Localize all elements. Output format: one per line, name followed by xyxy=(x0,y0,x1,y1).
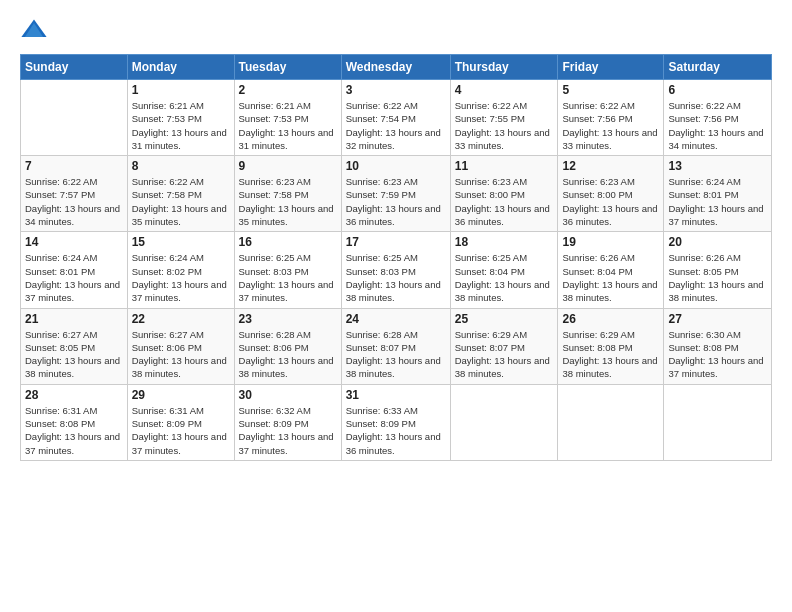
logo-icon xyxy=(20,16,48,44)
day-number: 28 xyxy=(25,388,123,402)
calendar-cell: 1Sunrise: 6:21 AM Sunset: 7:53 PM Daylig… xyxy=(127,80,234,156)
day-info: Sunrise: 6:26 AM Sunset: 8:05 PM Dayligh… xyxy=(668,251,767,304)
calendar-header: SundayMondayTuesdayWednesdayThursdayFrid… xyxy=(21,55,772,80)
day-number: 20 xyxy=(668,235,767,249)
day-number: 4 xyxy=(455,83,554,97)
calendar-cell: 16Sunrise: 6:25 AM Sunset: 8:03 PM Dayli… xyxy=(234,232,341,308)
day-info: Sunrise: 6:23 AM Sunset: 7:58 PM Dayligh… xyxy=(239,175,337,228)
calendar-cell: 9Sunrise: 6:23 AM Sunset: 7:58 PM Daylig… xyxy=(234,156,341,232)
day-info: Sunrise: 6:26 AM Sunset: 8:04 PM Dayligh… xyxy=(562,251,659,304)
calendar-cell: 29Sunrise: 6:31 AM Sunset: 8:09 PM Dayli… xyxy=(127,384,234,460)
day-info: Sunrise: 6:22 AM Sunset: 7:58 PM Dayligh… xyxy=(132,175,230,228)
day-number: 17 xyxy=(346,235,446,249)
header-day-thursday: Thursday xyxy=(450,55,558,80)
day-number: 27 xyxy=(668,312,767,326)
calendar-cell: 28Sunrise: 6:31 AM Sunset: 8:08 PM Dayli… xyxy=(21,384,128,460)
week-row-5: 28Sunrise: 6:31 AM Sunset: 8:08 PM Dayli… xyxy=(21,384,772,460)
day-number: 10 xyxy=(346,159,446,173)
calendar-cell: 30Sunrise: 6:32 AM Sunset: 8:09 PM Dayli… xyxy=(234,384,341,460)
calendar-cell: 11Sunrise: 6:23 AM Sunset: 8:00 PM Dayli… xyxy=(450,156,558,232)
calendar-body: 1Sunrise: 6:21 AM Sunset: 7:53 PM Daylig… xyxy=(21,80,772,461)
calendar-cell: 22Sunrise: 6:27 AM Sunset: 8:06 PM Dayli… xyxy=(127,308,234,384)
calendar-cell: 27Sunrise: 6:30 AM Sunset: 8:08 PM Dayli… xyxy=(664,308,772,384)
day-number: 19 xyxy=(562,235,659,249)
day-number: 26 xyxy=(562,312,659,326)
header-day-friday: Friday xyxy=(558,55,664,80)
day-info: Sunrise: 6:22 AM Sunset: 7:57 PM Dayligh… xyxy=(25,175,123,228)
day-info: Sunrise: 6:23 AM Sunset: 7:59 PM Dayligh… xyxy=(346,175,446,228)
day-number: 11 xyxy=(455,159,554,173)
calendar-cell xyxy=(21,80,128,156)
week-row-2: 7Sunrise: 6:22 AM Sunset: 7:57 PM Daylig… xyxy=(21,156,772,232)
calendar-cell xyxy=(664,384,772,460)
day-info: Sunrise: 6:29 AM Sunset: 8:07 PM Dayligh… xyxy=(455,328,554,381)
calendar-cell: 25Sunrise: 6:29 AM Sunset: 8:07 PM Dayli… xyxy=(450,308,558,384)
header-day-sunday: Sunday xyxy=(21,55,128,80)
header-day-tuesday: Tuesday xyxy=(234,55,341,80)
header-day-wednesday: Wednesday xyxy=(341,55,450,80)
calendar-cell: 14Sunrise: 6:24 AM Sunset: 8:01 PM Dayli… xyxy=(21,232,128,308)
day-info: Sunrise: 6:22 AM Sunset: 7:56 PM Dayligh… xyxy=(668,99,767,152)
day-number: 31 xyxy=(346,388,446,402)
day-info: Sunrise: 6:23 AM Sunset: 8:00 PM Dayligh… xyxy=(562,175,659,228)
day-number: 25 xyxy=(455,312,554,326)
day-number: 14 xyxy=(25,235,123,249)
day-number: 12 xyxy=(562,159,659,173)
day-number: 9 xyxy=(239,159,337,173)
day-info: Sunrise: 6:21 AM Sunset: 7:53 PM Dayligh… xyxy=(239,99,337,152)
calendar-cell: 17Sunrise: 6:25 AM Sunset: 8:03 PM Dayli… xyxy=(341,232,450,308)
day-number: 18 xyxy=(455,235,554,249)
day-number: 29 xyxy=(132,388,230,402)
day-info: Sunrise: 6:28 AM Sunset: 8:07 PM Dayligh… xyxy=(346,328,446,381)
day-number: 15 xyxy=(132,235,230,249)
calendar-cell xyxy=(450,384,558,460)
day-number: 6 xyxy=(668,83,767,97)
day-info: Sunrise: 6:24 AM Sunset: 8:01 PM Dayligh… xyxy=(25,251,123,304)
header-row: SundayMondayTuesdayWednesdayThursdayFrid… xyxy=(21,55,772,80)
calendar-cell: 18Sunrise: 6:25 AM Sunset: 8:04 PM Dayli… xyxy=(450,232,558,308)
calendar-cell: 10Sunrise: 6:23 AM Sunset: 7:59 PM Dayli… xyxy=(341,156,450,232)
day-number: 16 xyxy=(239,235,337,249)
day-info: Sunrise: 6:25 AM Sunset: 8:03 PM Dayligh… xyxy=(346,251,446,304)
week-row-4: 21Sunrise: 6:27 AM Sunset: 8:05 PM Dayli… xyxy=(21,308,772,384)
calendar-cell: 13Sunrise: 6:24 AM Sunset: 8:01 PM Dayli… xyxy=(664,156,772,232)
day-info: Sunrise: 6:25 AM Sunset: 8:04 PM Dayligh… xyxy=(455,251,554,304)
day-info: Sunrise: 6:23 AM Sunset: 8:00 PM Dayligh… xyxy=(455,175,554,228)
day-number: 2 xyxy=(239,83,337,97)
calendar-cell: 20Sunrise: 6:26 AM Sunset: 8:05 PM Dayli… xyxy=(664,232,772,308)
day-info: Sunrise: 6:31 AM Sunset: 8:08 PM Dayligh… xyxy=(25,404,123,457)
day-number: 24 xyxy=(346,312,446,326)
day-info: Sunrise: 6:27 AM Sunset: 8:05 PM Dayligh… xyxy=(25,328,123,381)
calendar-cell: 19Sunrise: 6:26 AM Sunset: 8:04 PM Dayli… xyxy=(558,232,664,308)
day-number: 5 xyxy=(562,83,659,97)
day-number: 8 xyxy=(132,159,230,173)
day-number: 30 xyxy=(239,388,337,402)
calendar-cell: 7Sunrise: 6:22 AM Sunset: 7:57 PM Daylig… xyxy=(21,156,128,232)
day-info: Sunrise: 6:22 AM Sunset: 7:54 PM Dayligh… xyxy=(346,99,446,152)
day-number: 21 xyxy=(25,312,123,326)
header xyxy=(20,16,772,44)
calendar-cell xyxy=(558,384,664,460)
calendar-cell: 6Sunrise: 6:22 AM Sunset: 7:56 PM Daylig… xyxy=(664,80,772,156)
day-info: Sunrise: 6:31 AM Sunset: 8:09 PM Dayligh… xyxy=(132,404,230,457)
day-info: Sunrise: 6:25 AM Sunset: 8:03 PM Dayligh… xyxy=(239,251,337,304)
day-info: Sunrise: 6:32 AM Sunset: 8:09 PM Dayligh… xyxy=(239,404,337,457)
day-number: 1 xyxy=(132,83,230,97)
calendar-cell: 3Sunrise: 6:22 AM Sunset: 7:54 PM Daylig… xyxy=(341,80,450,156)
day-number: 23 xyxy=(239,312,337,326)
day-info: Sunrise: 6:28 AM Sunset: 8:06 PM Dayligh… xyxy=(239,328,337,381)
day-info: Sunrise: 6:21 AM Sunset: 7:53 PM Dayligh… xyxy=(132,99,230,152)
day-info: Sunrise: 6:24 AM Sunset: 8:01 PM Dayligh… xyxy=(668,175,767,228)
calendar-cell: 12Sunrise: 6:23 AM Sunset: 8:00 PM Dayli… xyxy=(558,156,664,232)
logo xyxy=(20,16,50,44)
day-number: 7 xyxy=(25,159,123,173)
day-number: 13 xyxy=(668,159,767,173)
day-info: Sunrise: 6:24 AM Sunset: 8:02 PM Dayligh… xyxy=(132,251,230,304)
header-day-saturday: Saturday xyxy=(664,55,772,80)
calendar-cell: 2Sunrise: 6:21 AM Sunset: 7:53 PM Daylig… xyxy=(234,80,341,156)
day-number: 22 xyxy=(132,312,230,326)
page: SundayMondayTuesdayWednesdayThursdayFrid… xyxy=(0,0,792,612)
day-info: Sunrise: 6:27 AM Sunset: 8:06 PM Dayligh… xyxy=(132,328,230,381)
week-row-1: 1Sunrise: 6:21 AM Sunset: 7:53 PM Daylig… xyxy=(21,80,772,156)
calendar: SundayMondayTuesdayWednesdayThursdayFrid… xyxy=(20,54,772,461)
